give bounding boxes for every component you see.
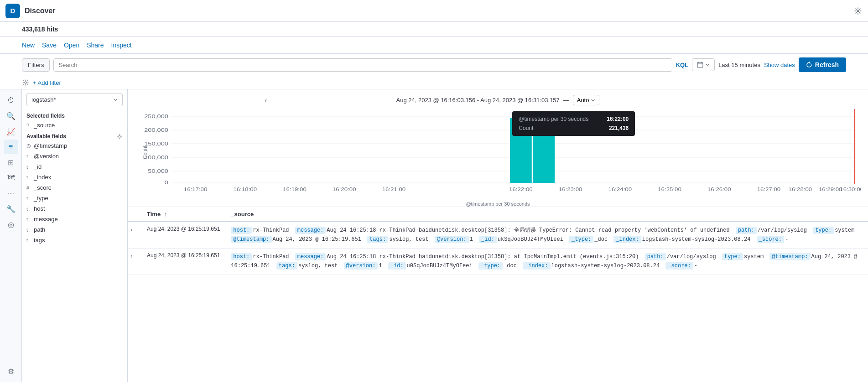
new-button[interactable]: New [22,40,35,51]
refresh-button[interactable]: Refresh [799,57,846,72]
inspect-button[interactable]: Inspect [111,40,132,51]
calendar-icon [697,62,703,68]
app-icon: D [5,4,20,18]
time-cell-2: Aug 24, 2023 @ 16:25:19.651 [141,248,225,275]
field-tag: _id: [479,236,497,243]
time-col-header[interactable]: Time ↑ [141,207,225,222]
x-axis-label: @timestamp per 30 seconds [135,201,861,207]
field-tag: _type: [478,262,503,270]
nav-map-icon[interactable]: 🗺 [4,171,18,185]
field-item-score[interactable]: # _score [22,182,127,193]
field-type-version: t [26,154,31,159]
filters-button[interactable]: Filters [22,58,50,72]
field-name-type: _type [34,195,48,202]
filter-bar: Filters KQL Last 15 minutes Show dates R… [0,54,868,76]
field-item-timestamp[interactable]: ◷ @timestamp [22,140,127,151]
chevron-down-icon [705,62,710,67]
field-tag: host: [231,253,252,260]
field-type-message: t [26,217,31,222]
field-name-host: host [34,205,45,212]
settings-icon[interactable] [853,6,863,16]
nav-chart-icon[interactable]: 📈 [4,124,18,139]
svg-text:16:19:00: 16:19:00 [283,187,307,192]
chevron-down-small-icon [591,98,595,103]
field-type-path: t [26,227,31,233]
field-tag: type: [813,227,834,234]
show-dates-button[interactable]: Show dates [764,62,795,68]
field-tag: path: [736,227,757,234]
app-title: Discover [25,7,849,15]
field-tag: _index: [523,262,550,270]
field-tag: _score: [665,262,693,270]
field-item-type[interactable]: t _type [22,193,127,203]
open-button[interactable]: Open [64,40,79,51]
field-tag: @version: [344,262,378,270]
svg-text:16:25:00: 16:25:00 [658,187,681,192]
main-layout: ⏱ 🔍 📈 ≡ ⊞ 🗺 ⋯ 🔧 ◎ ⚙ logstash* Selected f… [0,89,868,382]
gear-small-icon[interactable] [22,79,29,86]
add-filter-button[interactable]: + Add filter [33,79,61,86]
svg-text:16:24:00: 16:24:00 [608,187,632,192]
source-cell-1: host:rx-ThinkPad message:Aug 24 16:25:18… [225,222,868,248]
svg-text:16:29:00: 16:29:00 [819,187,842,192]
chart-container: 250,000 200,000 150,000 100,000 50,000 0… [135,109,861,207]
svg-point-2 [25,82,26,83]
field-item-tags[interactable]: t tags [22,235,127,245]
index-pattern-selector[interactable]: logstash* [26,93,123,106]
source-cell-2: host:rx-ThinkPad message:Aug 24 16:25:18… [225,248,868,275]
nav-gear-icon[interactable]: ⚙ [4,364,18,379]
results-table: Time ↑ _source › Aug 24, 2023 @ 16:25:19… [128,207,868,275]
content-area: ‹ Aug 24, 2023 @ 16:16:03.156 - Aug 24, … [128,89,868,382]
time-cell-1: Aug 24, 2023 @ 16:25:19.651 [141,222,225,248]
nav-monitor-icon[interactable]: ◎ [4,217,18,232]
field-type-type: t [26,196,31,201]
collapse-chart-button[interactable]: ‹ [265,96,267,104]
field-type-score: # [26,185,31,191]
field-type-timestamp: ◷ [26,143,31,149]
field-item-host[interactable]: t host [22,203,127,214]
table-row: › Aug 24, 2023 @ 16:25:19.651 host:rx-Th… [128,222,868,248]
calendar-button[interactable] [692,58,715,71]
nav-clock-icon[interactable]: ⏱ [4,93,18,108]
share-button[interactable]: Share [87,40,104,51]
histogram-chart: 250,000 200,000 150,000 100,000 50,000 0… [135,109,861,200]
tooltip-count-row: Count 221,436 [519,125,629,131]
field-name-score: _score [34,184,52,191]
field-tag: message: [295,227,326,234]
hits-label: hits [47,26,58,33]
chart-area: ‹ Aug 24, 2023 @ 16:16:03.156 - Aug 24, … [128,89,868,207]
index-pattern-label: logstash* [31,96,56,103]
expand-row-2-button[interactable]: › [130,252,133,259]
field-type-tags: t [26,238,31,243]
nav-stack-icon[interactable]: ≡ [4,140,18,154]
available-fields-gear-icon[interactable] [116,133,123,140]
field-item-source[interactable]: ? _source [22,120,127,130]
table-row: › Aug 24, 2023 @ 16:25:19.651 host:rx-Th… [128,248,868,275]
kql-button[interactable]: KQL [676,62,688,68]
field-tag: tags: [276,262,297,270]
search-input[interactable] [53,58,672,72]
expand-row-1-button[interactable]: › [130,226,133,233]
nav-ml-icon[interactable]: ⋯ [4,186,18,201]
svg-text:0: 0 [165,180,168,186]
field-type-source: ? [26,123,31,128]
auto-select-button[interactable]: Auto [573,95,600,105]
svg-text:16:26:00: 16:26:00 [707,187,731,192]
nav-search-icon[interactable]: 🔍 [4,109,18,123]
time-range-label: Last 15 minutes [718,62,760,68]
field-item-version[interactable]: t @version [22,151,127,161]
field-item-index[interactable]: t _index [22,172,127,182]
svg-text:16:17:00: 16:17:00 [184,187,208,192]
field-item-id[interactable]: t _id [22,161,127,172]
field-name-path: path [34,226,45,233]
save-button[interactable]: Save [42,40,57,51]
field-name-version: @version [34,153,59,160]
nav-dashboard-icon[interactable]: ⊞ [4,155,18,170]
field-item-message[interactable]: t message [22,214,127,224]
action-bar: New Save Open Share Inspect [0,37,868,54]
expand-col-header [128,207,141,222]
field-item-path[interactable]: t path [22,224,127,235]
svg-text:16:18:00: 16:18:00 [234,187,257,192]
field-type-host: t [26,206,31,212]
nav-tools-icon[interactable]: 🔧 [4,202,18,216]
